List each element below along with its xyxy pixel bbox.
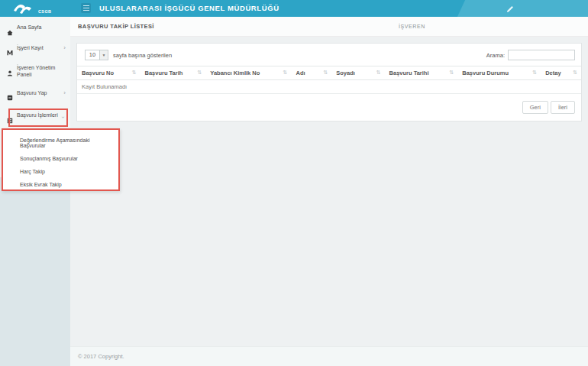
edit-pencil-icon[interactable] <box>506 3 516 14</box>
sidebar-item-isveren-yonetim-paneli[interactable]: İşveren Yönetim Paneli <box>0 62 70 83</box>
pagination: Geri İleri <box>77 94 581 121</box>
main-area: BAŞVURU TAKİP LİSTESİ İŞVEREN 10 ▼ sayfa… <box>70 17 588 366</box>
submenu-item-degerlendirme-asamasindaki-basvurular[interactable]: Değerlendirme Aşamasındaki Başvurular <box>3 134 118 152</box>
sidebar-item-label: Başvuru İşlemleri <box>17 112 60 119</box>
sidebar-item-label: İşveren Yönetim Paneli <box>17 65 66 78</box>
copyright-text: © 2017 Copyright. <box>78 353 124 360</box>
dropdown-arrow-icon[interactable]: ▼ <box>100 50 108 60</box>
app-title: ULUSLARARASI İŞGÜCÜ GENEL MÜDÜRLÜĞÜ <box>99 0 279 17</box>
chevron-right-icon: › <box>60 90 66 96</box>
table-header-row: Başvuru No⇅ Başvuru Tarih⇅ Yabancı Kimli… <box>77 66 581 80</box>
previous-page-button[interactable]: Geri <box>522 101 548 114</box>
column-header-yabanci-kimlik-no[interactable]: Yabancı Kimlik No⇅ <box>205 66 291 80</box>
column-header-basvuru-tarih[interactable]: Başvuru Tarih⇅ <box>141 66 206 80</box>
home-icon <box>7 24 17 39</box>
sort-icon[interactable]: ⇅ <box>376 70 381 76</box>
column-header-basvuru-tarihi[interactable]: Başvuru Tarihi⇅ <box>385 66 458 80</box>
content-area: 10 ▼ sayfa başına gösterilen Arama: <box>70 37 588 346</box>
submenu-item-eksik-evrak-takip[interactable]: Eksik Evrak Takip <box>3 178 118 191</box>
sort-icon[interactable]: ⇅ <box>573 70 577 76</box>
column-header-soyadi[interactable]: Soyadı⇅ <box>331 66 384 80</box>
sort-icon[interactable]: ⇅ <box>323 70 328 76</box>
column-header-detay[interactable]: Detay⇅ <box>541 66 581 80</box>
sort-icon[interactable]: ⇅ <box>532 70 537 76</box>
page-title: BAŞVURU TAKİP LİSTESİ <box>78 17 154 37</box>
menu-toggle-icon[interactable] <box>81 3 91 13</box>
sidebar: Ana Sayfa İşyeri Kayıt › İşveren Yönetim… <box>0 17 70 366</box>
submenu-item-sonuclanmis-basvurular[interactable]: Sonuçlanmış Başvurular <box>3 152 118 165</box>
sort-icon[interactable]: ⇅ <box>132 70 137 76</box>
table-empty-row: Kayıt Bulunamadı <box>77 80 581 94</box>
search-label: Arama: <box>486 52 505 59</box>
submenu-dropdown: Değerlendirme Aşamasındaki Başvurular So… <box>2 128 120 191</box>
column-header-basvuru-no[interactable]: Başvuru No⇅ <box>77 66 141 80</box>
application-window: CSGB ULUSLARARASI İŞGÜCÜ GENEL MÜDÜRLÜĞÜ… <box>0 0 588 366</box>
sidebar-item-isyeri-kayit[interactable]: İşyeri Kayıt › <box>0 42 70 63</box>
header-accent-panel <box>457 0 588 17</box>
top-header-bar: CSGB ULUSLARARASI İŞGÜCÜ GENEL MÜDÜRLÜĞÜ <box>0 0 588 17</box>
page-size-value[interactable]: 10 <box>85 50 100 60</box>
sidebar-item-basvuru-islemleri[interactable]: Başvuru İşlemleri › <box>0 109 70 130</box>
next-page-button[interactable]: İleri <box>551 101 575 114</box>
footer: © 2017 Copyright. <box>70 346 588 366</box>
user-icon <box>7 65 17 79</box>
submenu-item-harc-takip[interactable]: Harç Takip <box>3 165 118 178</box>
list-icon <box>7 112 17 127</box>
logo-text: CSGB <box>38 9 52 14</box>
workplace-icon <box>7 45 17 60</box>
csgb-logo-icon[interactable] <box>11 1 72 16</box>
page-size-label: sayfa başına gösterilen <box>113 52 172 59</box>
breadcrumb: İŞVEREN <box>399 17 425 37</box>
empty-message: Kayıt Bulunamadı <box>77 80 581 94</box>
sidebar-item-label: Başvuru Yap <box>17 90 60 97</box>
page-size-select[interactable]: 10 ▼ <box>85 50 108 60</box>
application-icon <box>7 90 17 105</box>
applications-table: Başvuru No⇅ Başvuru Tarih⇅ Yabancı Kimli… <box>77 66 581 94</box>
sidebar-item-label: Ana Sayfa <box>17 24 66 31</box>
page-title-bar: BAŞVURU TAKİP LİSTESİ İŞVEREN <box>70 17 588 37</box>
chevron-right-icon: › <box>60 45 66 51</box>
table-controls: 10 ▼ sayfa başına gösterilen Arama: <box>77 44 581 66</box>
sidebar-item-ana-sayfa[interactable]: Ana Sayfa <box>0 21 70 42</box>
applications-table-card: 10 ▼ sayfa başına gösterilen Arama: <box>76 43 582 121</box>
sidebar-item-label: İşyeri Kayıt <box>17 45 60 52</box>
sidebar-item-basvuru-yap[interactable]: Başvuru Yap › <box>0 87 70 108</box>
column-header-adi[interactable]: Adı⇅ <box>291 66 331 80</box>
column-header-basvuru-durumu[interactable]: Başvuru Durumu⇅ <box>457 66 541 80</box>
sort-icon[interactable]: ⇅ <box>449 70 454 76</box>
sort-icon[interactable]: ⇅ <box>197 70 202 76</box>
chevron-down-icon: › <box>60 112 66 118</box>
search-input[interactable] <box>508 50 575 60</box>
sort-icon[interactable]: ⇅ <box>283 70 288 76</box>
